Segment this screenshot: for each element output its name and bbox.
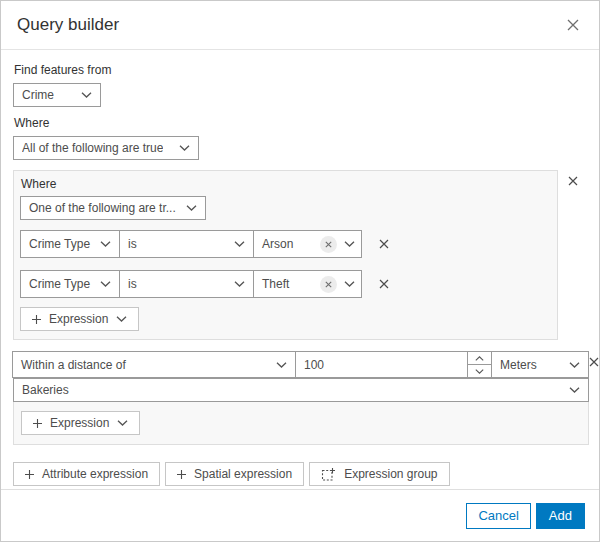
stepper-down-icon[interactable]: [468, 365, 491, 377]
layer-select[interactable]: Crime: [13, 83, 101, 107]
spatial-expression-group: Within a distance of: [13, 351, 589, 445]
operator-select-value: is: [128, 237, 137, 251]
target-layer-value: Bakeries: [22, 383, 69, 397]
operator-select-value: is: [128, 277, 137, 291]
add-button[interactable]: Add: [536, 503, 585, 529]
operator-select[interactable]: is: [119, 270, 254, 298]
distance-input-wrap: [295, 351, 492, 378]
field-select[interactable]: Crime Type: [20, 270, 120, 298]
attribute-expression-group: Where One of the following are tr... Cri…: [13, 170, 558, 340]
add-expression-label: Expression: [50, 416, 109, 430]
remove-expression-icon[interactable]: [379, 239, 389, 249]
add-attribute-expression-button[interactable]: Attribute expression: [13, 462, 160, 486]
plus-icon: [33, 419, 42, 428]
chevron-down-icon: [100, 241, 111, 247]
field-select-value: Crime Type: [29, 237, 90, 251]
remove-group-icon[interactable]: [558, 176, 587, 186]
attribute-expression-label: Attribute expression: [42, 467, 148, 481]
expression-toolbar: Attribute expression Spatial expression …: [13, 462, 587, 486]
dialog-title: Query builder: [17, 15, 119, 35]
remove-group-icon[interactable]: [589, 357, 599, 367]
where-label: Where: [14, 116, 587, 131]
group-combine-operator-value: One of the following are tr...: [29, 201, 176, 215]
dialog-footer: Cancel Add: [1, 489, 599, 541]
chevron-down-icon: [234, 281, 245, 287]
dialog-header: Query builder: [1, 1, 599, 50]
find-features-label: Find features from: [14, 63, 587, 78]
spatial-relation-value: Within a distance of: [21, 358, 126, 372]
unit-select-value: Meters: [500, 358, 537, 372]
chevron-down-icon: [173, 145, 190, 151]
expression-row: Crime Type is Arson: [20, 230, 551, 258]
add-expression-button[interactable]: Expression: [21, 411, 140, 435]
add-expression-label: Expression: [49, 312, 108, 326]
field-select[interactable]: Crime Type: [20, 230, 120, 258]
chevron-down-icon: [344, 281, 355, 287]
chevron-down-icon: [100, 281, 111, 287]
chevron-down-icon: [117, 420, 128, 426]
chevron-down-icon: [569, 362, 580, 368]
add-spatial-expression-button[interactable]: Spatial expression: [165, 462, 304, 486]
plus-icon: [32, 315, 41, 324]
layer-select-value: Crime: [22, 88, 54, 102]
expression-group-icon: [321, 467, 336, 482]
clear-value-icon[interactable]: [320, 276, 337, 293]
add-expression-group-button[interactable]: Expression group: [309, 462, 449, 486]
value-select[interactable]: Theft: [253, 270, 362, 298]
value-select-value: Arson: [262, 237, 293, 251]
add-expression-button[interactable]: Expression: [20, 307, 139, 331]
spatial-group-row: Within a distance of: [13, 351, 587, 445]
combine-operator-value: All of the following are true: [22, 141, 163, 155]
value-select[interactable]: Arson: [253, 230, 362, 258]
chevron-down-icon: [116, 316, 127, 322]
spatial-relation-select[interactable]: Within a distance of: [12, 351, 296, 378]
chevron-down-icon: [344, 241, 355, 247]
group-where-label: Where: [21, 177, 551, 192]
dialog-body: Find features from Crime Where All of th…: [1, 50, 599, 489]
chevron-down-icon: [234, 241, 245, 247]
clear-value-icon[interactable]: [320, 236, 337, 253]
spatial-expression-label: Spatial expression: [194, 467, 292, 481]
group-combine-operator-select[interactable]: One of the following are tr...: [20, 196, 206, 220]
chevron-down-icon: [75, 92, 92, 98]
expression-row: Crime Type is Theft: [20, 270, 551, 298]
target-layer-row: Bakeries: [13, 378, 589, 402]
distance-stepper: [467, 352, 491, 377]
field-select-value: Crime Type: [29, 277, 90, 291]
chevron-down-icon: [563, 387, 580, 393]
chevron-down-icon: [276, 362, 287, 368]
query-builder-dialog: Query builder Find features from Crime W…: [0, 0, 600, 542]
cancel-button[interactable]: Cancel: [466, 503, 530, 529]
close-icon[interactable]: [566, 18, 580, 32]
value-select-value: Theft: [262, 277, 289, 291]
target-layer-select[interactable]: Bakeries: [13, 378, 589, 402]
remove-expression-icon[interactable]: [379, 279, 389, 289]
unit-select[interactable]: Meters: [491, 351, 589, 378]
operator-select[interactable]: is: [119, 230, 254, 258]
plus-icon: [177, 470, 186, 479]
spatial-expression-row: Within a distance of: [13, 351, 589, 378]
combine-operator-select[interactable]: All of the following are true: [13, 136, 199, 160]
attribute-group-row: Where One of the following are tr... Cri…: [13, 170, 587, 340]
stepper-up-icon[interactable]: [468, 352, 491, 365]
chevron-down-icon: [180, 205, 197, 211]
expression-group-label: Expression group: [344, 467, 437, 481]
distance-input[interactable]: [296, 352, 467, 377]
plus-icon: [25, 470, 34, 479]
